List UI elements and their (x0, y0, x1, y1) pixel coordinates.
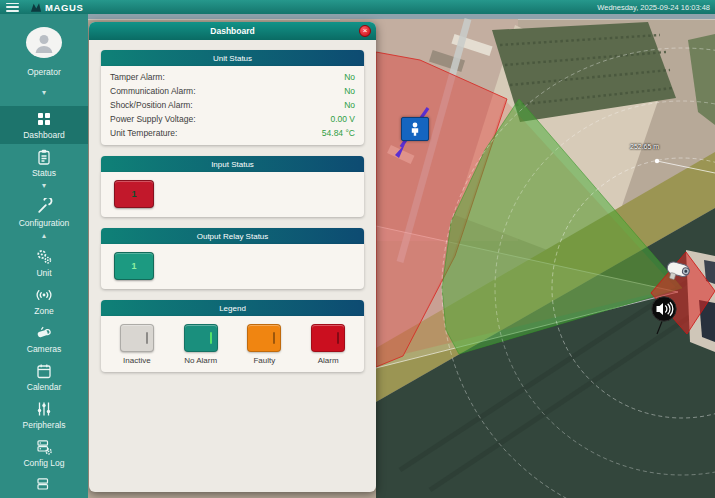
datetime-label: Wednesday, 2025-09-24 16:03:48 (597, 3, 710, 12)
sidebar-item-configuration[interactable]: Configuration ▴ (0, 194, 88, 244)
operator-chevron-down-icon[interactable]: ▾ (42, 88, 46, 97)
legend-item-alarm: Alarm (296, 324, 360, 365)
close-icon[interactable]: × (359, 25, 371, 37)
speaker-marker[interactable] (651, 296, 677, 336)
range-distance-label: 252.65 m (630, 143, 659, 150)
sidebar-item-dashboard[interactable]: Dashboard (0, 106, 88, 144)
sidebar-nav: Operator ▾ Dashboard Status ▾ (0, 14, 88, 498)
status-row-shock-position: Shock/Position Alarm:No (101, 98, 364, 112)
peripherals-sliders-icon (35, 400, 53, 418)
output-relay-1-button[interactable]: 1 (114, 252, 154, 280)
status-row-communication: Communication Alarm:No (101, 84, 364, 98)
legend-swatch-inactive (120, 324, 154, 352)
sidebar-item-config-log[interactable]: Config Log (0, 434, 88, 472)
legend-section: Legend Inactive No Alarm Faulty (101, 300, 364, 372)
sidebar-item-status[interactable]: Status ▾ (0, 144, 88, 194)
legend-swatch-faulty (247, 324, 281, 352)
sidebar-item-unit[interactable]: Unit (0, 244, 88, 282)
status-clipboard-icon (35, 148, 53, 166)
sidebar-item-calendar[interactable]: Calendar (0, 358, 88, 396)
status-row-unit-temperature: Unit Temperature:54.84 °C (101, 126, 364, 140)
configuration-chevron-up-icon[interactable]: ▴ (42, 231, 46, 240)
status-row-tamper: Tamper Alarm:No (101, 70, 364, 84)
avatar[interactable] (26, 27, 62, 58)
input-status-section: Input Status 1 (101, 156, 364, 217)
sidebar-item-peripherals[interactable]: Peripherals (0, 396, 88, 434)
operator-label: Operator (27, 67, 61, 77)
zone-signal-icon (35, 286, 53, 304)
cctv-camera-icon (662, 257, 700, 285)
configuration-wrench-icon (35, 198, 53, 216)
speaker-icon (651, 296, 677, 336)
measure-point (655, 159, 659, 163)
sidebar-item-zone[interactable]: Zone (0, 282, 88, 320)
server-icon (35, 476, 53, 494)
person-icon (406, 121, 424, 137)
sidebar-item-partial[interactable] (0, 472, 88, 498)
output-relay-status-header: Output Relay Status (101, 228, 364, 244)
top-bar: MAGUS Wednesday, 2025-09-24 16:03:48 (0, 0, 715, 14)
legend-item-faulty: Faulty (233, 324, 297, 365)
legend-swatch-alarm (311, 324, 345, 352)
config-log-icon (35, 438, 53, 456)
output-relay-status-section: Output Relay Status 1 (101, 228, 364, 289)
app-name: MAGUS (45, 2, 83, 13)
dashboard-grid-icon (35, 110, 53, 128)
menu-hamburger-icon[interactable] (6, 3, 19, 12)
unit-gears-icon (35, 248, 53, 266)
input-status-header: Input Status (101, 156, 364, 172)
input-1-button[interactable]: 1 (114, 180, 154, 208)
unit-status-header: Unit Status (101, 50, 364, 66)
cameras-icon (35, 324, 53, 342)
calendar-icon (35, 362, 53, 380)
dialog-body: Unit Status Tamper Alarm:No Communicatio… (89, 40, 376, 382)
legend-item-inactive: Inactive (105, 324, 169, 365)
status-chevron-down-icon[interactable]: ▾ (42, 181, 46, 190)
dialog-title: Dashboard (210, 26, 254, 36)
status-row-power-voltage: Power Supply Voltage:0.00 V (101, 112, 364, 126)
magus-logo: MAGUS (30, 2, 83, 13)
magus-logo-icon (30, 2, 42, 13)
legend-header: Legend (101, 300, 364, 316)
sidebar-item-cameras[interactable]: Cameras (0, 320, 88, 358)
legend-item-no-alarm: No Alarm (169, 324, 233, 365)
dialog-title-bar[interactable]: Dashboard × (89, 22, 376, 40)
person-target-marker[interactable] (401, 117, 429, 141)
legend-swatch-no-alarm (184, 324, 218, 352)
magus-app: 252.65 m (0, 0, 715, 498)
camera-marker[interactable] (662, 257, 700, 285)
operator-avatar-icon (31, 30, 57, 56)
unit-status-section: Unit Status Tamper Alarm:No Communicatio… (101, 50, 364, 145)
dashboard-dialog: Dashboard × Unit Status Tamper Alarm:No … (89, 22, 376, 492)
